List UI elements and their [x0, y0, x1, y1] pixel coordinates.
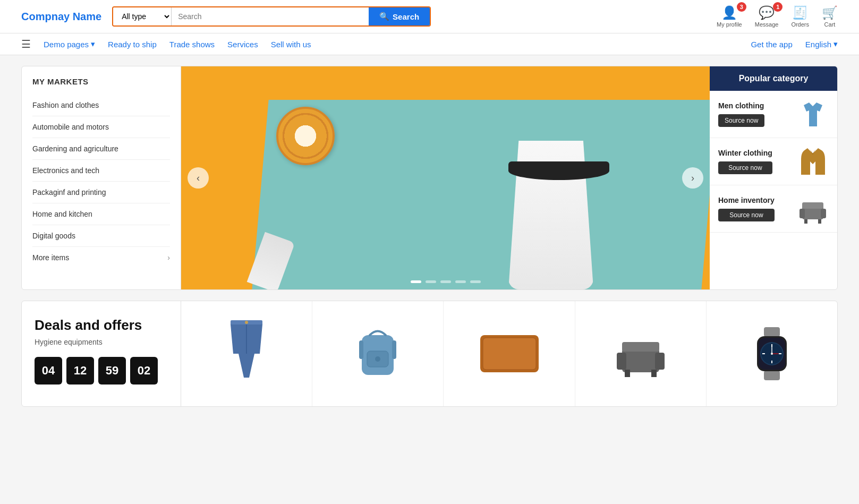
- search-button[interactable]: 🔍 Search: [369, 7, 430, 25]
- sidebar-item-electronics[interactable]: Electronics and tech: [32, 160, 170, 182]
- svg-rect-4: [802, 202, 823, 209]
- svg-marker-0: [804, 102, 822, 126]
- orders-icon: 🧾: [792, 5, 808, 20]
- popular-item-img-men: [797, 98, 829, 130]
- sidebar-item-gardening[interactable]: Gardening and agriculture: [32, 138, 170, 160]
- svg-rect-21: [625, 370, 630, 377]
- deal-product-jeans[interactable]: [181, 301, 312, 406]
- deal-product-backpack[interactable]: [312, 301, 444, 406]
- svg-point-12: [375, 356, 380, 362]
- search-input[interactable]: [172, 7, 369, 25]
- dot-5[interactable]: [470, 280, 481, 283]
- svg-rect-16: [483, 338, 536, 370]
- popular-item-img-winter: [797, 146, 829, 177]
- dot-1[interactable]: [411, 280, 421, 283]
- header: Compnay Name All type 🔍 Search 👤 3 My pr…: [0, 0, 859, 33]
- nav-right: Get the app English ▾: [751, 39, 838, 49]
- deals-subtitle: Hygiene equipments: [35, 338, 168, 346]
- shirt-icon: [798, 100, 828, 129]
- nav-ready-to-ship[interactable]: Ready to ship: [108, 40, 157, 49]
- nav-language[interactable]: English ▾: [805, 39, 838, 49]
- popular-item-title-men: Men clothing: [718, 101, 764, 110]
- message-label: Message: [755, 21, 779, 28]
- profile-badge: 3: [737, 2, 746, 12]
- sidebar-item-more-items[interactable]: More items ›: [32, 247, 170, 268]
- dot-4[interactable]: [455, 280, 466, 283]
- nav-get-the-app[interactable]: Get the app: [751, 39, 792, 49]
- svg-rect-23: [764, 327, 780, 337]
- svg-rect-14: [392, 340, 396, 359]
- popular-item-home-inventory: Home inventory Source now: [710, 185, 837, 233]
- carousel-prev-button[interactable]: ‹: [188, 167, 209, 189]
- popular-item-info-winter: Winter clothing Source now: [718, 149, 772, 174]
- timer-boxes: 04 12 59 02: [35, 357, 168, 385]
- sidebar-item-fashion[interactable]: Fashion and clothes: [32, 95, 170, 116]
- profile-label: My profile: [717, 21, 742, 28]
- hamburger-icon[interactable]: ☰: [21, 38, 31, 50]
- carousel-dots: [411, 280, 481, 283]
- popular-item-info-home: Home inventory Source now: [718, 196, 775, 221]
- sidebar-item-digital[interactable]: Digital goods: [32, 225, 170, 247]
- sidebar: MY MARKETS Fashion and clothes Automobil…: [22, 66, 181, 289]
- svg-point-9: [245, 321, 248, 324]
- nav-services[interactable]: Services: [227, 40, 258, 49]
- armchair2-icon: [611, 327, 670, 380]
- svg-point-35: [771, 353, 773, 355]
- svg-rect-6: [818, 219, 821, 224]
- source-now-button-home[interactable]: Source now: [718, 209, 775, 221]
- deal-product-leather[interactable]: [444, 301, 575, 406]
- chevron-right-icon: ›: [167, 253, 170, 262]
- svg-rect-13: [359, 340, 363, 359]
- svg-rect-2: [800, 209, 805, 218]
- sidebar-item-automobile[interactable]: Automobile and motors: [32, 116, 170, 138]
- carousel-slide: [181, 66, 710, 289]
- nav-demo-pages[interactable]: Demo pages ▾: [44, 39, 95, 49]
- orders-icon-item[interactable]: 🧾 Orders: [791, 5, 809, 28]
- carousel-next-button[interactable]: ›: [682, 167, 703, 189]
- deals-info: Deals and offers Hygiene equipments 04 1…: [22, 301, 181, 406]
- svg-rect-20: [622, 342, 659, 352]
- markets-panel: MY MARKETS Fashion and clothes Automobil…: [21, 66, 838, 290]
- source-now-button-winter[interactable]: Source now: [718, 161, 772, 174]
- deal-product-watch[interactable]: [707, 301, 837, 406]
- cup-lid: [508, 161, 609, 180]
- carousel-decoration: [181, 66, 710, 289]
- chevron-left-icon: ‹: [197, 173, 200, 184]
- dot-3[interactable]: [440, 280, 451, 283]
- backpack-icon: [354, 324, 402, 383]
- message-icon-item[interactable]: 💬 1 Message: [755, 5, 779, 28]
- profile-icon: 👤: [721, 5, 737, 20]
- svg-rect-22: [651, 370, 657, 377]
- sidebar-item-home-kitchen[interactable]: Home and kitchen: [32, 203, 170, 225]
- search-type-select[interactable]: All type: [113, 7, 172, 25]
- deals-products: [181, 301, 837, 406]
- orders-label: Orders: [791, 21, 809, 28]
- source-now-button-men[interactable]: Source now: [718, 114, 764, 127]
- armchair-icon: [797, 193, 829, 225]
- sidebar-item-packaging[interactable]: Packaginf and printing: [32, 182, 170, 203]
- leather-pad-icon: [478, 330, 541, 378]
- sidebar-title: MY MARKETS: [32, 77, 170, 86]
- nav-trade-shows[interactable]: Trade shows: [169, 40, 215, 49]
- navbar: ☰ Demo pages ▾ Ready to ship Trade shows…: [0, 33, 859, 55]
- jeans-icon: [225, 319, 268, 388]
- main-content: MY MARKETS Fashion and clothes Automobil…: [0, 55, 859, 417]
- deals-section: Deals and offers Hygiene equipments 04 1…: [21, 301, 838, 407]
- search-bar: All type 🔍 Search: [112, 6, 431, 27]
- svg-rect-18: [617, 353, 626, 370]
- deal-product-armchair[interactable]: [575, 301, 707, 406]
- chevron-down-icon: ▾: [91, 39, 95, 49]
- chevron-right-icon: ›: [691, 173, 694, 184]
- popular-category-panel: Popular category Men clothing Source now…: [710, 66, 837, 289]
- message-icon: 💬: [759, 5, 775, 20]
- nav-sell-with-us[interactable]: Sell with us: [271, 40, 311, 49]
- my-profile-icon-item[interactable]: 👤 3 My profile: [717, 5, 742, 28]
- dot-2[interactable]: [426, 280, 436, 283]
- search-icon: 🔍: [379, 12, 389, 21]
- cart-icon-item[interactable]: 🛒 Cart: [822, 5, 838, 28]
- timer-ms: 02: [130, 357, 158, 385]
- svg-rect-19: [655, 353, 665, 370]
- popular-item-title-home: Home inventory: [718, 196, 775, 204]
- popular-item-men-clothing: Men clothing Source now: [710, 91, 837, 138]
- smartwatch-icon: [751, 324, 793, 383]
